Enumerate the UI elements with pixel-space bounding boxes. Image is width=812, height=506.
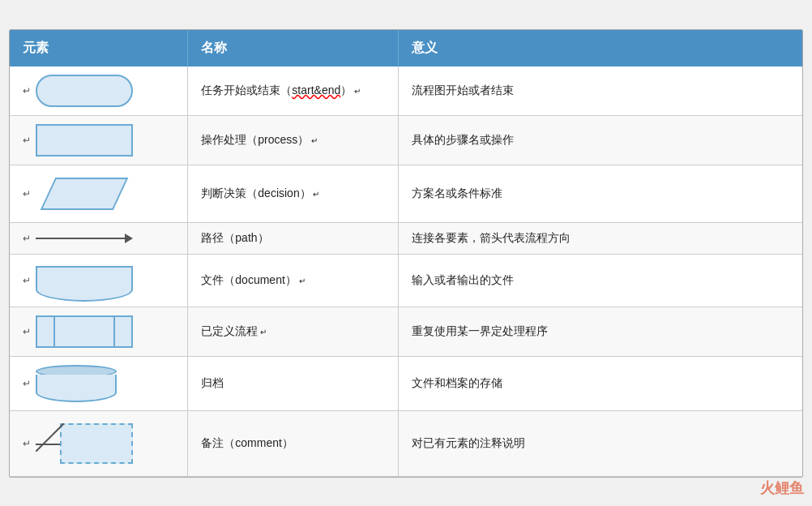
name-cell: 判断决策（decision） ↵ — [188, 165, 399, 222]
element-cell: ↵ — [10, 356, 188, 410]
row-arrow-indicator: ↵ — [23, 275, 31, 286]
table-row: ↵备注（comment）对已有元素的注释说明 — [10, 410, 802, 476]
table-header-row: 元素 名称 意义 — [10, 30, 802, 66]
shape-predefined-process — [36, 315, 133, 348]
element-cell: ↵ — [10, 410, 188, 476]
name-cell: 已定义流程 ↵ — [188, 307, 399, 356]
watermark: 火鲤鱼 — [760, 478, 804, 498]
table-row: ↵任务开始或结束（start&end） ↵流程图开始或者结束 — [10, 66, 802, 116]
comment-diagonal-line — [36, 423, 64, 452]
flowchart-elements-table: 元素 名称 意义 ↵任务开始或结束（start&end） ↵流程图开始或者结束↵… — [10, 30, 802, 477]
table-row: ↵文件（document） ↵输入或者输出的文件 — [10, 254, 802, 307]
meaning-cell: 具体的步骤名或操作 — [398, 115, 802, 165]
table-row: ↵判断决策（decision） ↵方案名或条件标准 — [10, 165, 802, 222]
meaning-cell: 对已有元素的注释说明 — [398, 410, 802, 476]
shape-diamond — [41, 178, 129, 210]
shape-diamond-wrapper — [36, 174, 133, 214]
element-cell: ↵ — [10, 115, 188, 165]
svg-line-0 — [36, 423, 64, 452]
row-arrow-indicator: ↵ — [23, 188, 31, 199]
meaning-cell: 流程图开始或者结束 — [398, 66, 802, 116]
name-cell: 路径（path） — [188, 222, 399, 254]
shape-cylinder-wrapper — [36, 365, 117, 402]
element-cell: ↵ — [10, 165, 188, 222]
shape-document — [36, 266, 133, 302]
element-cell: ↵ — [10, 307, 188, 356]
table-row: ↵路径（path）连接各要素，箭头代表流程方向 — [10, 222, 802, 254]
paragraph-mark: ↵ — [297, 277, 306, 285]
paragraph-mark: ↵ — [309, 136, 318, 145]
name-cell: 归档 — [188, 356, 399, 410]
name-cell: 文件（document） ↵ — [188, 254, 399, 307]
paragraph-mark: ↵ — [258, 328, 267, 337]
shape-cylinder-body — [36, 375, 117, 402]
shape-arrow-wrapper — [36, 234, 133, 243]
paragraph-mark: ↵ — [352, 87, 361, 96]
header-element: 元素 — [10, 30, 188, 66]
shape-rounded-rect — [36, 75, 133, 107]
meaning-cell: 文件和档案的存储 — [398, 356, 802, 410]
meaning-cell: 重复使用某一界定处理程序 — [398, 307, 802, 356]
shape-arrow-head — [125, 234, 133, 243]
row-arrow-indicator: ↵ — [23, 438, 31, 449]
paragraph-mark: ↵ — [311, 190, 320, 199]
name-cell: 操作处理（process） ↵ — [188, 115, 399, 165]
shape-rectangle — [36, 124, 133, 157]
row-arrow-indicator: ↵ — [23, 85, 31, 96]
table-row: ↵已定义流程 ↵重复使用某一界定处理程序 — [10, 307, 802, 356]
row-arrow-indicator: ↵ — [23, 135, 31, 146]
meaning-cell: 连接各要素，箭头代表流程方向 — [398, 222, 802, 254]
shape-comment-wrapper — [36, 419, 133, 468]
shape-arrow-line — [36, 238, 125, 239]
element-cell: ↵ — [10, 66, 188, 116]
name-cell: 任务开始或结束（start&end） ↵ — [188, 66, 399, 116]
meaning-cell: 方案名或条件标准 — [398, 165, 802, 222]
main-table-container: 元素 名称 意义 ↵任务开始或结束（start&end） ↵流程图开始或者结束↵… — [9, 29, 803, 478]
header-name: 名称 — [188, 30, 399, 66]
row-arrow-indicator: ↵ — [23, 378, 31, 389]
row-arrow-indicator: ↵ — [23, 326, 31, 337]
element-cell: ↵ — [10, 222, 188, 254]
meaning-cell: 输入或者输出的文件 — [398, 254, 802, 307]
table-row: ↵操作处理（process） ↵具体的步骤名或操作 — [10, 115, 802, 165]
name-cell: 备注（comment） — [188, 410, 399, 476]
shape-comment-rect — [60, 423, 133, 464]
header-meaning: 意义 — [398, 30, 802, 66]
table-row: ↵归档文件和档案的存储 — [10, 356, 802, 410]
underlined-text: start&end — [292, 84, 340, 96]
row-arrow-indicator: ↵ — [23, 233, 31, 244]
element-cell: ↵ — [10, 254, 188, 307]
